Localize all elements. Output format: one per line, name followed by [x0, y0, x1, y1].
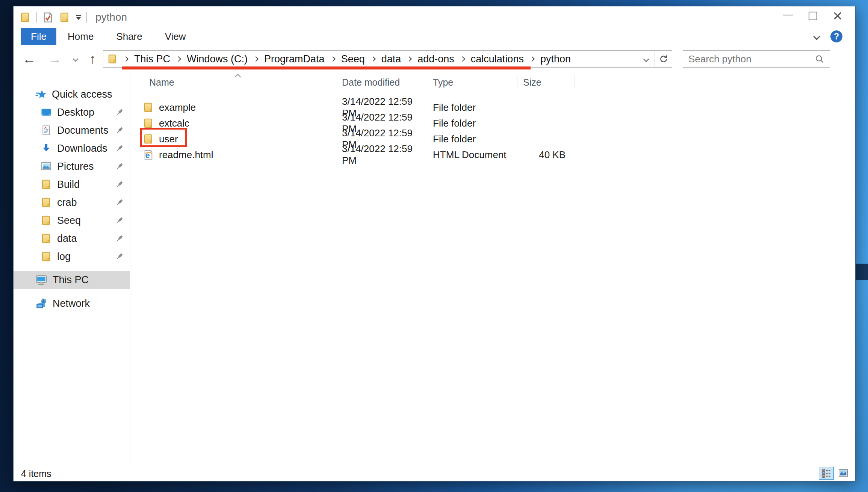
folder-icon — [41, 215, 52, 226]
breadcrumb-chevron-icon[interactable] — [370, 56, 376, 62]
quick-access-star-icon — [35, 89, 47, 100]
close-button[interactable]: × — [825, 7, 850, 24]
toolbar-dropdown-icon[interactable] — [76, 15, 81, 20]
sidebar-item-build[interactable]: Build — [14, 175, 130, 193]
up-button[interactable]: ↑ — [89, 52, 96, 66]
file-row-extcalc[interactable]: extcalc 3/14/2022 12:59 PM File folder — [130, 112, 855, 127]
toolbar-separator — [86, 12, 87, 23]
ribbon-collapse-chevron-icon[interactable] — [813, 33, 820, 40]
sidebar-item-label: log — [57, 251, 71, 263]
maximize-button[interactable] — [800, 7, 825, 24]
sidebar-item-seeq[interactable]: Seeq — [14, 211, 130, 229]
folder-icon — [143, 118, 154, 129]
address-bar[interactable]: This PC Windows (C:) ProgramData Seeq da… — [103, 50, 672, 68]
sidebar-item-network[interactable]: Network — [14, 294, 130, 312]
forward-button[interactable]: → — [48, 52, 62, 66]
breadcrumb-chevron-icon[interactable] — [460, 56, 465, 62]
breadcrumb-python[interactable]: python — [540, 53, 571, 65]
navigation-pane: Quick access Desktop Documents Downloads… — [14, 73, 130, 466]
sidebar-item-this-pc[interactable]: This PC — [14, 271, 130, 289]
folder-icon[interactable] — [107, 54, 118, 64]
tab-home[interactable]: Home — [56, 28, 105, 45]
address-dropdown-button[interactable] — [638, 51, 655, 67]
tab-view[interactable]: View — [154, 28, 197, 45]
navigation-buttons: ← → ↑ — [14, 52, 96, 66]
file-name: readme.html — [159, 149, 213, 161]
sidebar-item-pictures[interactable]: Pictures — [14, 157, 130, 175]
item-count: 4 items — [21, 468, 51, 479]
sidebar-item-quick-access[interactable]: Quick access — [14, 85, 130, 103]
breadcrumb-chevron-icon[interactable] — [407, 56, 412, 62]
column-header-type[interactable]: Type — [427, 75, 517, 89]
download-arrow-icon — [41, 143, 52, 154]
folder-icon — [41, 251, 52, 262]
file-row-user[interactable]: user 3/14/2022 12:59 PM File folder — [130, 127, 855, 143]
sidebar-item-downloads[interactable]: Downloads — [14, 139, 130, 157]
file-name: extcalc — [159, 118, 189, 129]
status-divider — [69, 469, 69, 478]
breadcrumb-this-pc[interactable]: This PC — [134, 53, 170, 65]
toolbar-separator — [36, 12, 37, 23]
pin-icon — [115, 126, 124, 135]
file-type: File folder — [427, 102, 517, 113]
breadcrumb-calculations[interactable]: calculations — [471, 53, 524, 65]
quick-access-toolbar: python — [20, 11, 127, 23]
caption-buttons: — × — [776, 7, 850, 24]
breadcrumb-programdata[interactable]: ProgramData — [264, 53, 325, 65]
sidebar-item-crab[interactable]: crab — [14, 193, 130, 211]
recent-locations-chevron-icon[interactable] — [73, 56, 78, 62]
file-type: HTML Document — [427, 149, 517, 161]
file-type: File folder — [427, 118, 517, 129]
thumbnails-view-button[interactable] — [836, 467, 851, 480]
file-size: 40 KB — [517, 149, 575, 161]
window-title: python — [95, 11, 127, 23]
annotation-red-underline — [122, 66, 531, 69]
document-icon — [41, 125, 52, 136]
sidebar-item-label: Downloads — [57, 143, 107, 154]
tab-share[interactable]: Share — [105, 28, 153, 45]
file-type: File folder — [427, 133, 517, 145]
search-input[interactable]: Search python — [683, 50, 830, 68]
chevron-down-icon — [643, 56, 649, 62]
checkmark-document-icon[interactable] — [42, 12, 53, 23]
title-bar: python — × — [14, 6, 855, 28]
sidebar-item-documents[interactable]: Documents — [14, 121, 130, 139]
pin-icon — [115, 108, 124, 117]
details-view-icon — [821, 468, 832, 478]
breadcrumb-chevron-icon[interactable] — [330, 56, 336, 62]
refresh-button[interactable] — [655, 51, 672, 67]
folder-icon — [41, 233, 52, 244]
file-row-example[interactable]: example 3/14/2022 12:59 PM File folder — [130, 96, 855, 112]
column-header-date-modified[interactable]: Date modified — [336, 75, 427, 89]
sidebar-item-desktop[interactable]: Desktop — [14, 103, 130, 121]
sidebar-item-log[interactable]: log — [14, 248, 130, 266]
pin-icon — [115, 252, 124, 261]
sidebar-item-label: Network — [53, 298, 90, 309]
column-header-size[interactable]: Size — [517, 75, 575, 89]
pin-icon — [115, 144, 124, 153]
breadcrumb-data[interactable]: data — [381, 53, 401, 65]
breadcrumb-seeq[interactable]: Seeq — [341, 53, 365, 65]
sidebar-item-label: Seeq — [57, 215, 81, 226]
tab-file[interactable]: File — [21, 28, 56, 45]
back-button[interactable]: ← — [23, 52, 36, 66]
main-area: Quick access Desktop Documents Downloads… — [14, 73, 855, 466]
breadcrumb-chevron-icon[interactable] — [253, 56, 259, 62]
pin-icon — [115, 198, 124, 207]
folder-icon[interactable] — [20, 12, 31, 23]
view-toggle-buttons — [819, 467, 851, 480]
breadcrumb-chevron-icon[interactable] — [529, 56, 535, 62]
breadcrumb-chevron-icon[interactable] — [123, 56, 129, 62]
refresh-icon — [659, 54, 668, 64]
minimize-button[interactable]: — — [776, 7, 800, 24]
file-row-readme-html[interactable]: readme.html 3/14/2022 12:59 PM HTML Docu… — [130, 143, 855, 159]
sidebar-item-data[interactable]: data — [14, 229, 130, 248]
breadcrumb-chevron-icon[interactable] — [176, 56, 181, 62]
breadcrumb-add-ons[interactable]: add-ons — [417, 53, 454, 65]
folder-icon[interactable] — [59, 12, 70, 23]
search-icon[interactable] — [815, 54, 824, 64]
help-icon[interactable]: ? — [830, 30, 842, 42]
details-view-button[interactable] — [819, 467, 834, 480]
folder-icon — [41, 197, 52, 208]
breadcrumb-windows-c[interactable]: Windows (C:) — [187, 53, 248, 65]
